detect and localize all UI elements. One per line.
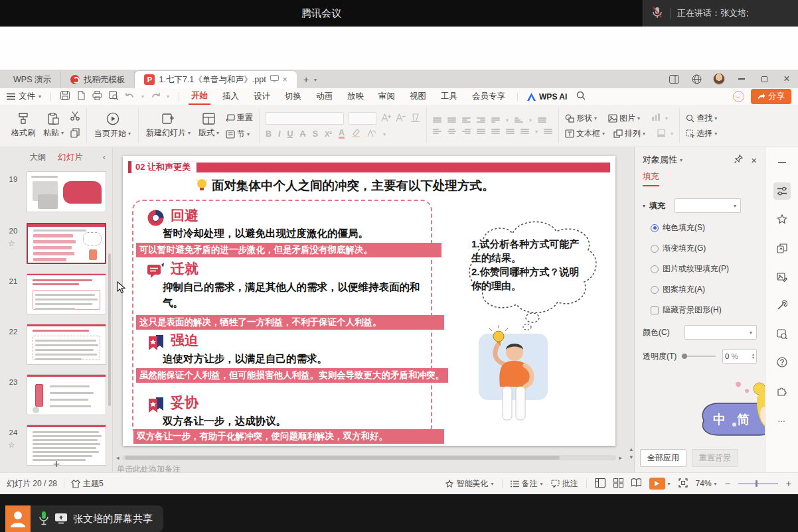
play-slideshow-icon[interactable] (649, 478, 665, 490)
share-button[interactable]: 分享 (751, 89, 791, 104)
minimize-window-icon[interactable] (736, 73, 748, 85)
image-tools-icon[interactable] (773, 268, 791, 285)
tab-docer[interactable]: 找稻壳模板 (61, 71, 135, 88)
reading-view-icon[interactable] (631, 478, 641, 489)
chart-icon[interactable] (651, 113, 661, 123)
close-tab-icon[interactable]: × (283, 75, 287, 84)
play-from-current-button[interactable]: 当页开始▾ (93, 112, 132, 139)
save-icon[interactable] (60, 91, 70, 102)
search-icon[interactable] (576, 91, 586, 102)
more-icon[interactable]: … (773, 411, 791, 428)
option-gradient-fill[interactable]: 渐变填充(G) (663, 243, 706, 254)
help-icon[interactable] (773, 354, 791, 371)
option-pattern-fill[interactable]: 图案填充(A) (663, 284, 705, 295)
slide-canvas[interactable]: 02 让和声更美 面对集体中个人之间的冲突，主要有以下处理方式。 回避 暂时冷却… (123, 156, 615, 446)
menu-item-design[interactable]: 设计 (251, 90, 273, 103)
next-slide-icon[interactable]: ▾ (629, 454, 633, 460)
repair-tools-icon[interactable] (773, 297, 791, 314)
shapes-button[interactable]: 形状 ▾ (565, 113, 597, 124)
fill-color-icon[interactable] (657, 128, 666, 139)
paste-button[interactable]: 粘贴▾ (42, 113, 65, 139)
object-properties-icon[interactable] (773, 182, 791, 200)
numbering-icon[interactable] (447, 117, 456, 124)
decrease-font-icon[interactable] (396, 113, 406, 124)
increase-font-icon[interactable] (381, 113, 391, 124)
fit-window-icon[interactable] (678, 478, 688, 490)
new-slide-button[interactable]: 新建幻灯片▾ (145, 113, 192, 139)
columns-icon[interactable] (506, 128, 515, 135)
find-button[interactable]: 查找 ▾ (686, 113, 717, 124)
assistant-icon[interactable] (733, 91, 744, 102)
collapse-strip-icon[interactable] (773, 154, 791, 171)
slide-thumbnail-20-current[interactable] (27, 223, 106, 264)
bullets-icon[interactable] (433, 117, 441, 124)
effects-star-icon[interactable] (773, 211, 791, 228)
increase-indent-icon[interactable] (477, 117, 485, 124)
smart-beautify-button[interactable]: 智能美化 ▾ (445, 478, 494, 490)
theme-button[interactable]: 主题5 (71, 478, 104, 490)
panel-title-chevron-icon[interactable]: ▾ (680, 157, 682, 163)
slide-thumbnail-21[interactable] (27, 273, 106, 314)
close-window-icon[interactable]: × (781, 73, 793, 85)
scrollbar-thumb[interactable] (125, 456, 560, 460)
user-avatar[interactable] (713, 73, 725, 85)
horizontal-scrollbar[interactable]: ◂ ▸ (116, 454, 622, 462)
justify-icon[interactable] (477, 128, 485, 135)
plugins-icon[interactable] (773, 382, 791, 399)
highlight-color-icon[interactable] (351, 129, 360, 139)
hide-background-label[interactable]: 隐藏背景图形(H) (663, 304, 722, 316)
comments-button[interactable]: 批注 (551, 478, 578, 490)
zoom-out-icon[interactable]: − (725, 478, 730, 489)
layout-button[interactable]: 版式▾ (197, 113, 220, 139)
mic-muted-icon[interactable] (651, 6, 663, 21)
italic-button[interactable]: I (278, 129, 280, 139)
menu-item-member[interactable]: 会员专享 (469, 90, 508, 103)
export-pdf-icon[interactable] (76, 91, 86, 102)
tab-document[interactable]: P 1.七下7.1《单音与和声》.ppt × (135, 71, 296, 88)
split-view-icon[interactable] (668, 73, 680, 85)
underline-button[interactable]: U (287, 129, 293, 139)
clear-format-icon[interactable] (410, 113, 420, 124)
menu-item-insert[interactable]: 插入 (220, 90, 242, 103)
radio-solid-fill[interactable] (651, 224, 659, 232)
notes-button[interactable]: 备注 ▾ (511, 478, 543, 490)
redo-icon[interactable] (151, 92, 160, 101)
reset-background-button[interactable]: 重置背景 (692, 449, 738, 467)
arrange-button[interactable]: 排列 ▾ (613, 128, 645, 139)
radio-picture-fill[interactable] (651, 265, 659, 273)
zoom-in-icon[interactable]: + (786, 478, 791, 489)
redo-chevron-icon[interactable]: ▾ (167, 94, 169, 100)
font-size-select[interactable] (349, 112, 376, 125)
menu-item-transition[interactable]: 切换 (282, 90, 304, 103)
sharer-avatar[interactable] (5, 505, 31, 532)
wps-ai-button[interactable]: WPS AI (527, 92, 567, 101)
zoom-slider-thumb[interactable] (756, 480, 758, 487)
slide-thumbnail-23[interactable] (27, 374, 106, 415)
align-right-icon[interactable] (462, 128, 471, 135)
undo-chevron-icon[interactable]: ▾ (141, 94, 144, 100)
menu-item-review[interactable]: 审阅 (376, 90, 398, 103)
radio-pattern-fill[interactable] (651, 286, 659, 294)
close-panel-icon[interactable]: × (751, 155, 757, 166)
scroll-left-icon[interactable]: ◂ (116, 454, 120, 461)
tab-fill[interactable]: 填充 (643, 171, 659, 186)
align-center-icon[interactable] (447, 128, 456, 135)
tab-wps-home[interactable]: WPS 演示 (4, 71, 61, 88)
slideshow-button[interactable]: ▾ (649, 478, 671, 490)
picture-button[interactable]: 图片 ▾ (608, 113, 640, 124)
strikethrough-button[interactable]: A (300, 129, 306, 139)
fill-style-dropdown[interactable]: ▾ (675, 198, 741, 213)
print-preview-icon[interactable] (109, 91, 119, 102)
slider-thumb[interactable] (682, 354, 687, 359)
option-solid-fill[interactable]: 纯色填充(S) (663, 222, 705, 233)
select-button[interactable]: 选择 ▾ (686, 128, 717, 139)
add-slide-button[interactable]: + (0, 458, 113, 472)
align-left-icon[interactable] (433, 128, 441, 135)
normal-view-icon[interactable] (595, 478, 605, 490)
globe-settings-icon[interactable] (690, 73, 702, 85)
tab-outline[interactable]: 大纲 (29, 152, 46, 163)
maximize-window-icon[interactable] (758, 73, 770, 85)
superscript-button[interactable]: X² (325, 130, 332, 138)
radio-gradient-fill[interactable] (651, 245, 659, 253)
print-icon[interactable] (92, 91, 102, 102)
